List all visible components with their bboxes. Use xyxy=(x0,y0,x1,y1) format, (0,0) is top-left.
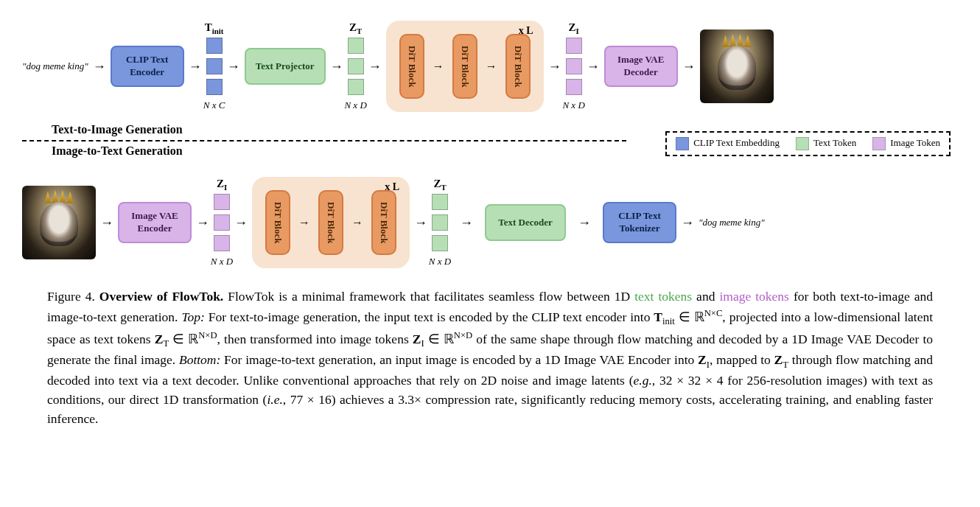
dit-block: DiT Block xyxy=(399,34,424,99)
input-image xyxy=(22,186,96,259)
i2t-flow: Image VAE Encoder ZI N x D x L DiT Block… xyxy=(22,171,958,274)
t2i-section-label: Text-to-Image Generation xyxy=(52,123,183,136)
figure-title: Overview of FlowTok. xyxy=(99,289,223,304)
arrow-icon xyxy=(544,59,566,74)
arrow-icon xyxy=(448,215,485,231)
arrow-icon xyxy=(298,216,311,229)
text-projector-block: Text Projector xyxy=(245,48,326,85)
token-square xyxy=(432,194,448,210)
token-square xyxy=(432,235,448,251)
zi-tokens-bottom: ZI N x D xyxy=(214,194,230,251)
arrow-icon xyxy=(410,215,432,231)
arrow-icon xyxy=(351,216,364,229)
t2i-flow: "dog meme king" CLIP Text Encoder Tinit … xyxy=(22,15,958,118)
token-square xyxy=(432,214,448,231)
text-decoder-block: Text Decoder xyxy=(485,204,566,241)
token-square xyxy=(206,38,223,54)
divider-line xyxy=(22,140,626,141)
output-image xyxy=(700,29,774,103)
figure-number: Figure 4. xyxy=(47,289,95,304)
token-square xyxy=(348,79,364,95)
arrow-icon xyxy=(223,59,245,74)
arrow-icon xyxy=(485,60,498,73)
arrow-icon xyxy=(566,215,603,231)
architecture-diagram: "dog meme king" CLIP Text Encoder Tinit … xyxy=(0,0,980,273)
i2t-section-label: Image-to-Text Generation xyxy=(52,144,183,158)
arrow-icon xyxy=(582,59,604,74)
legend: CLIP Text Embedding Text Token Image Tok… xyxy=(665,131,951,156)
zt-tokens-bottom: ZT N x D xyxy=(432,194,448,251)
legend-item: Image Token xyxy=(872,137,940,150)
arrow-icon xyxy=(192,215,214,231)
legend-item: Text Token xyxy=(796,137,856,150)
arrow-icon xyxy=(96,215,118,231)
arrow-icon xyxy=(432,60,445,73)
arrow-icon xyxy=(678,59,700,74)
token-square xyxy=(566,38,582,54)
dit-group: x L DiT Block DiT Block DiT Block xyxy=(386,21,544,112)
token-square xyxy=(214,214,230,231)
clip-text-encoder-block: CLIP Text Encoder xyxy=(111,46,184,87)
image-vae-encoder-block: Image VAE Encoder xyxy=(118,202,192,243)
arrow-icon xyxy=(326,59,348,74)
dit-block: DiT Block xyxy=(452,34,477,99)
zi-tokens: ZI N x D xyxy=(566,38,582,95)
input-text-prompt: "dog meme king" xyxy=(22,60,88,72)
token-square xyxy=(214,194,230,210)
tinit-tokens: Tinit N x C xyxy=(206,38,223,95)
dit-group-bottom: x L DiT Block DiT Block DiT Block xyxy=(252,177,410,268)
zt-tokens: ZT N x D xyxy=(348,38,364,95)
token-square xyxy=(214,235,230,251)
token-square xyxy=(348,38,364,54)
legend-item: CLIP Text Embedding xyxy=(676,137,780,150)
token-square xyxy=(206,79,223,95)
token-square xyxy=(566,79,582,95)
dit-block: DiT Block xyxy=(265,190,290,255)
arrow-icon xyxy=(88,59,111,74)
token-square xyxy=(348,58,364,74)
arrow-icon xyxy=(676,215,699,231)
token-square xyxy=(566,58,582,74)
output-text: "dog meme king" xyxy=(699,217,765,228)
arrow-icon xyxy=(364,59,386,74)
dit-block: DiT Block xyxy=(318,190,343,255)
dit-block: DiT Block xyxy=(505,34,531,99)
dit-block: DiT Block xyxy=(371,190,396,255)
repeat-label: x L xyxy=(385,181,399,193)
figure-caption: Figure 4. Overview of FlowTok. FlowTok i… xyxy=(0,273,980,429)
arrow-icon xyxy=(230,215,252,231)
clip-text-tokenizer-block: CLIP Text Tokenizer xyxy=(603,202,676,243)
image-vae-decoder-block: Image VAE Decoder xyxy=(604,46,678,87)
repeat-label: x L xyxy=(519,25,533,37)
arrow-icon xyxy=(184,59,206,74)
token-square xyxy=(206,58,223,74)
